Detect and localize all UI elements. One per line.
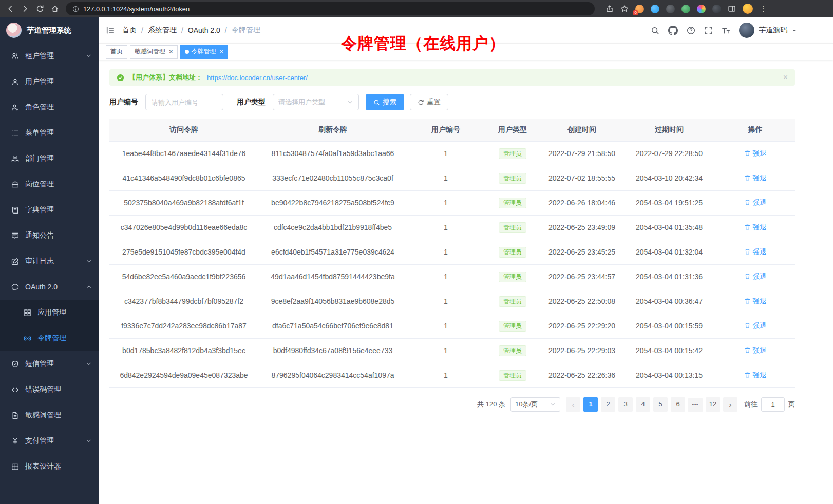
fullscreen-icon[interactable]: [704, 26, 713, 35]
breadcrumb-item[interactable]: 首页: [122, 26, 137, 35]
sidebar-item[interactable]: 令牌管理: [0, 325, 99, 351]
sidebar-item[interactable]: 岗位管理: [0, 171, 99, 197]
create-time-cell: 2022-06-26 18:04:46: [541, 190, 623, 215]
site-info-icon[interactable]: [72, 6, 79, 12]
force-logout-button[interactable]: 强退: [744, 297, 767, 306]
pagination-page[interactable]: 6: [671, 397, 685, 412]
sidebar-item[interactable]: 敏感词管理: [0, 402, 99, 428]
close-icon[interactable]: ×: [783, 73, 788, 82]
tab-item[interactable]: 首页: [106, 45, 127, 59]
user-id-cell: 1: [407, 215, 484, 240]
user-type-badge: 管理员: [499, 272, 526, 282]
pagination-page[interactable]: 3: [618, 397, 633, 412]
delete-icon: [744, 175, 751, 181]
breadcrumb-item[interactable]: 系统管理: [148, 26, 177, 35]
pagination-page[interactable]: 4: [636, 397, 650, 412]
force-logout-button[interactable]: 强退: [744, 321, 767, 331]
user-menu[interactable]: 芋道源码: [739, 23, 797, 38]
goto-page-input[interactable]: [761, 397, 785, 412]
search-icon[interactable]: [651, 26, 659, 35]
pagination-page[interactable]: 1: [583, 397, 598, 412]
extension-icon[interactable]: [697, 5, 706, 13]
sidebar-item[interactable]: 应用管理: [0, 300, 99, 325]
extension-icon[interactable]: [712, 5, 721, 13]
app-logo[interactable]: 芋道管理系统: [0, 17, 99, 43]
sidebar-item[interactable]: 通知公告: [0, 223, 99, 248]
pagination: 共 120 条 10条/页 ‹ 123456•••12 › 前往 页: [109, 397, 795, 413]
github-icon[interactable]: [668, 26, 678, 35]
sidebar-item[interactable]: 角色管理: [0, 94, 99, 120]
sidebar-item[interactable]: 报表设计器: [0, 454, 99, 479]
force-logout-button[interactable]: 强退: [744, 223, 767, 232]
sidebar-item[interactable]: 菜单管理: [0, 120, 99, 146]
sidebar-item-label: 部门管理: [25, 154, 54, 163]
extension-icon[interactable]: 0: [635, 5, 644, 13]
sidebar-item[interactable]: OAuth 2.0: [0, 274, 99, 300]
action-cell: 强退: [715, 264, 795, 289]
force-logout-button[interactable]: 强退: [744, 173, 767, 183]
sidebar-toggle-icon[interactable]: [106, 26, 115, 35]
search-button-label: 搜索: [383, 98, 396, 107]
breadcrumb-item[interactable]: OAuth 2.0: [188, 26, 220, 34]
user-id-input[interactable]: [145, 94, 223, 110]
user-type-badge: 管理员: [499, 370, 526, 381]
browser-back-button[interactable]: [6, 5, 14, 13]
help-icon[interactable]: [687, 26, 695, 35]
user-avatar: [739, 23, 754, 38]
share-icon[interactable]: [605, 5, 614, 13]
pagination-prev-button[interactable]: ‹: [566, 397, 580, 412]
pagination-page[interactable]: 2: [601, 397, 615, 412]
page-size-select[interactable]: 10条/页: [510, 397, 560, 412]
close-icon[interactable]: ×: [220, 48, 224, 55]
force-logout-button[interactable]: 强退: [744, 149, 767, 158]
address-bar[interactable]: 127.0.0.1:1024/system/oauth2/token: [66, 2, 595, 15]
force-logout-button[interactable]: 强退: [744, 247, 767, 257]
sidebar-item-label: 短信管理: [25, 359, 54, 369]
browser-profile-avatar[interactable]: [743, 4, 753, 14]
extension-icon[interactable]: [681, 5, 690, 13]
sidebar-item-label: 租户管理: [25, 51, 54, 61]
side-panel-icon[interactable]: [728, 5, 736, 13]
reset-button[interactable]: 重置: [410, 94, 448, 110]
pagination-page[interactable]: 12: [706, 397, 720, 412]
sidebar-item[interactable]: 短信管理: [0, 351, 99, 377]
user-id-cell: 1: [407, 166, 484, 190]
browser-home-button[interactable]: [51, 5, 59, 13]
search-button[interactable]: 搜索: [366, 94, 404, 110]
sidebar-item[interactable]: 审计日志: [0, 248, 99, 274]
browser-forward-button[interactable]: [21, 5, 29, 13]
sidebar-item-label: 支付管理: [25, 436, 54, 445]
doc-link[interactable]: https://doc.iocoder.cn/user-center/: [207, 74, 308, 82]
code-icon: [11, 386, 19, 394]
pagination-page[interactable]: 5: [653, 397, 668, 412]
sidebar-item[interactable]: 字典管理: [0, 197, 99, 223]
sidebar-item[interactable]: 部门管理: [0, 146, 99, 171]
user-type-select[interactable]: 请选择用户类型: [273, 94, 359, 110]
force-logout-button[interactable]: 强退: [744, 272, 767, 281]
sidebar-item[interactable]: 支付管理: [0, 428, 99, 454]
force-logout-button[interactable]: 强退: [744, 346, 767, 355]
sidebar-item[interactable]: 用户管理: [0, 69, 99, 94]
sidebar-item-label: 用户管理: [25, 77, 54, 86]
pagination-next-button[interactable]: ›: [723, 397, 737, 412]
sidebar-item[interactable]: 租户管理: [0, 43, 99, 69]
tab-item[interactable]: 敏感词管理×: [130, 45, 178, 59]
force-logout-button[interactable]: 强退: [744, 371, 767, 380]
create-time-cell: 2022-06-25 23:49:09: [541, 215, 623, 240]
font-size-icon[interactable]: [722, 26, 730, 35]
extension-icon[interactable]: [651, 5, 659, 13]
extension-icon[interactable]: [666, 5, 675, 13]
comment-icon: [11, 283, 19, 291]
browser-menu-icon[interactable]: ⋮: [760, 4, 767, 13]
delete-icon: [744, 322, 751, 329]
force-logout-button[interactable]: 强退: [744, 198, 767, 207]
pagination-ellipsis[interactable]: •••: [688, 398, 703, 412]
access-token-cell: f9336e7c7dd242a283ee98dc86b17a87: [109, 314, 258, 338]
access-token-cell: 41c41346a548490f9dc8b01c6bfe0865: [109, 166, 258, 190]
browser-reload-button[interactable]: [36, 5, 44, 13]
notice-icon: [11, 232, 19, 240]
close-icon[interactable]: ×: [169, 48, 173, 55]
tab-item[interactable]: 令牌管理×: [180, 45, 229, 59]
sidebar-item[interactable]: 错误码管理: [0, 377, 99, 402]
bookmark-star-icon[interactable]: [620, 5, 629, 13]
